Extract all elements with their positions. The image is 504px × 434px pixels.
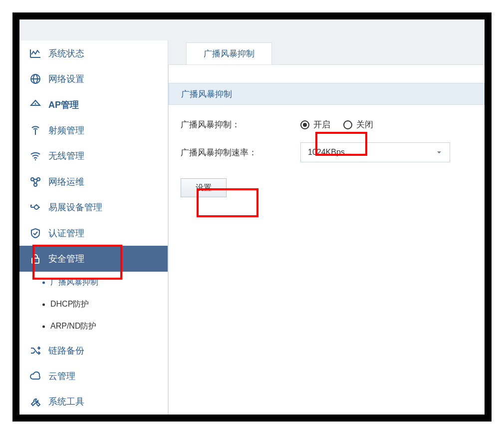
subnav-dhcp-guard[interactable]: DHCP防护 bbox=[19, 294, 168, 316]
enable-radio-group: 开启 关闭 bbox=[300, 119, 373, 130]
subnav-label: 广播风暴抑制 bbox=[50, 277, 98, 288]
button-label: 设置 bbox=[196, 183, 212, 193]
nav-label: 安全管理 bbox=[48, 253, 168, 265]
antenna-icon bbox=[28, 123, 42, 137]
nav-network-ops[interactable]: 网络运维 bbox=[19, 169, 168, 194]
nav-auth-manage[interactable]: 认证管理 bbox=[19, 220, 168, 246]
radio-label: 关闭 bbox=[356, 119, 373, 130]
button-row: 设置 bbox=[169, 174, 485, 197]
radio-circle-icon bbox=[300, 120, 309, 129]
subnav-broadcast-storm[interactable]: 广播风暴抑制 bbox=[19, 272, 168, 294]
nav-label: 云管理 bbox=[48, 370, 168, 382]
nav-cloud-manage[interactable]: 云管理 bbox=[19, 363, 168, 389]
tab-bar: 广播风暴抑制 bbox=[168, 40, 485, 64]
nav-label: 网络设置 bbox=[48, 73, 168, 85]
tools-icon bbox=[28, 395, 42, 409]
nav-label: 系统工具 bbox=[48, 396, 168, 408]
subnav-label: DHCP防护 bbox=[50, 299, 89, 310]
nav-network-settings[interactable]: 网络设置 bbox=[19, 66, 168, 91]
svg-rect-11 bbox=[32, 258, 39, 263]
radio-label: 开启 bbox=[313, 119, 330, 130]
svg-point-9 bbox=[34, 183, 37, 186]
shield-icon bbox=[28, 226, 42, 240]
tab-label: 广播风暴抑制 bbox=[204, 48, 254, 59]
form: 广播风暴抑制： 开启 关闭 bbox=[169, 105, 485, 162]
nav-rf-manage[interactable]: 射频管理 bbox=[19, 117, 168, 143]
nav-wireless-manage[interactable]: 无线管理 bbox=[19, 143, 168, 169]
subnav-security: 广播风暴抑制 DHCP防护 ARP/ND防护 bbox=[19, 272, 168, 338]
svg-point-6 bbox=[35, 159, 36, 160]
rate-select[interactable]: 1024KBps bbox=[300, 142, 450, 162]
lock-icon bbox=[28, 252, 42, 266]
nav-label: 无线管理 bbox=[48, 150, 168, 162]
nav-ap-manage[interactable]: AP管理 bbox=[19, 92, 168, 117]
rate-label: 广播风暴抑制速率： bbox=[181, 147, 300, 158]
nav-label: 射频管理 bbox=[48, 124, 168, 136]
wifi-icon bbox=[28, 149, 42, 163]
nav-system-status[interactable]: 系统状态 bbox=[19, 40, 168, 66]
radio-enable-off[interactable]: 关闭 bbox=[343, 119, 373, 130]
ap-icon bbox=[28, 98, 42, 112]
enable-label: 广播风暴抑制： bbox=[181, 119, 300, 130]
globe-icon bbox=[28, 72, 42, 86]
row-rate: 广播风暴抑制速率： 1024KBps bbox=[181, 142, 485, 162]
section-title: 广播风暴抑制 bbox=[169, 83, 485, 105]
sidebar: 系统状态 网络设置 AP管理 bbox=[19, 40, 168, 415]
chevron-down-icon bbox=[436, 149, 443, 156]
select-value: 1024KBps bbox=[308, 148, 345, 157]
row-enable: 广播风暴抑制： 开启 关闭 bbox=[181, 119, 485, 130]
content-panel: 广播风暴抑制 广播风暴抑制： 开启 bbox=[168, 64, 485, 415]
radio-enable-on[interactable]: 开启 bbox=[300, 119, 330, 130]
shuffle-icon bbox=[28, 344, 42, 358]
nav-label: 链路备份 bbox=[48, 345, 168, 357]
cloud-icon bbox=[28, 369, 42, 383]
main-panel: 广播风暴抑制 广播风暴抑制 广播风暴抑制： 开启 bbox=[168, 40, 485, 415]
top-gap bbox=[19, 19, 485, 40]
nav-security-manage[interactable]: 安全管理 bbox=[19, 246, 168, 271]
submit-button[interactable]: 设置 bbox=[181, 178, 227, 197]
svg-point-10 bbox=[34, 205, 38, 209]
tab-broadcast-storm[interactable]: 广播风暴抑制 bbox=[186, 42, 272, 64]
nav-mesh-manage[interactable]: 易展设备管理 bbox=[19, 195, 168, 220]
nav-link-backup[interactable]: 链路备份 bbox=[19, 338, 168, 363]
mesh-icon bbox=[28, 200, 42, 214]
nav-label: 易展设备管理 bbox=[48, 201, 168, 213]
nav-label: 认证管理 bbox=[48, 227, 168, 239]
nav-label: AP管理 bbox=[48, 99, 168, 111]
subnav-arp-nd-guard[interactable]: ARP/ND防护 bbox=[19, 316, 168, 338]
nav-system-tools[interactable]: 系统工具 bbox=[19, 389, 168, 415]
topology-icon bbox=[28, 175, 42, 189]
svg-point-3 bbox=[35, 103, 36, 104]
subnav-label: ARP/ND防护 bbox=[50, 321, 96, 332]
nav-label: 网络运维 bbox=[48, 176, 168, 188]
app-frame: 系统状态 网络设置 AP管理 bbox=[12, 12, 492, 422]
radio-circle-icon bbox=[343, 120, 352, 129]
chart-icon bbox=[28, 46, 42, 60]
svg-point-5 bbox=[35, 129, 36, 131]
nav-label: 系统状态 bbox=[48, 47, 168, 59]
